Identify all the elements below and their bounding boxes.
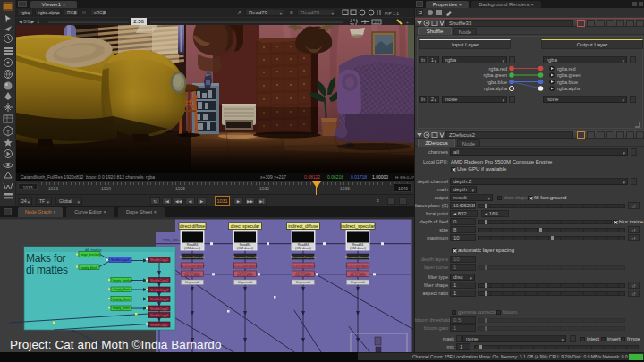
- svg-text:krapty_brent: krapty_brent: [113, 307, 130, 310]
- svg-text:indirect_specular: indirect_specular: [341, 223, 375, 229]
- svg-text:ShuffleCopy4: ShuffleCopy4: [150, 298, 168, 301]
- svg-text:di mattes: di mattes: [26, 264, 68, 276]
- svg-text:(CM direct): (CM direct): [295, 247, 311, 250]
- svg-text:ShuffleCopy7: ShuffleCopy7: [150, 324, 168, 327]
- svg-text:Unpremult: Unpremult: [238, 281, 252, 284]
- svg-text:OCIOColorSpace: OCIOColorSpace: [291, 265, 315, 268]
- svg-text:2D: 2D: [374, 21, 380, 25]
- svg-text:direct diffuse: direct diffuse: [180, 223, 205, 229]
- svg-text:krapty_slomt: krapty_slomt: [113, 298, 130, 301]
- svg-text:ShuffleCopy1: ShuffleCopy1: [150, 258, 168, 262]
- svg-text:red 10 depth: red 10 depth: [295, 274, 311, 277]
- svg-text:v.kapty_flent: v.kapty_flent: [113, 288, 130, 291]
- svg-text:forge_breclast: forge_breclast: [80, 253, 100, 257]
- svg-text:Removechannels: Removechannels: [233, 256, 258, 259]
- svg-text:ShuffleCopy3: ShuffleCopy3: [150, 289, 168, 292]
- svg-text:Removechannels: Removechannels: [345, 256, 370, 259]
- svg-text:red 10 depth: red 10 depth: [184, 274, 200, 277]
- svg-text:krapty_block: krapty_block: [80, 266, 97, 270]
- svg-text:direct specular: direct specular: [231, 223, 260, 229]
- svg-text:ShuffleCopy6: ShuffleCopy6: [150, 314, 168, 317]
- svg-text:OCIOColorSpace: OCIOColorSpace: [233, 265, 257, 268]
- svg-text:Maks for: Maks for: [26, 252, 66, 265]
- svg-text:Unpremult: Unpremult: [296, 281, 310, 284]
- svg-text:ShuffleCopy2: ShuffleCopy2: [150, 279, 168, 282]
- svg-text:PiP 1:1: PiP 1:1: [385, 11, 399, 16]
- svg-text:OCIOColorSpace: OCIOColorSpace: [180, 265, 204, 268]
- svg-text:indirect_diffuse: indirect_diffuse: [288, 223, 318, 229]
- svg-text:OCIOColorSpace: OCIOColorSpace: [345, 265, 369, 268]
- svg-text:(CM direct): (CM direct): [184, 247, 200, 250]
- svg-text:Removechannels: Removechannels: [291, 256, 316, 259]
- svg-text:red 10 depth: red 10 depth: [350, 274, 366, 277]
- svg-text:Unpremult: Unpremult: [351, 281, 365, 284]
- svg-text:(CM direct): (CM direct): [350, 247, 366, 250]
- svg-text:ShuffleCopy3: ShuffleCopy3: [111, 258, 129, 262]
- svg-text:krapty_bortlast: krapty_bortlast: [113, 279, 132, 282]
- svg-text:red 10 depth: red 10 depth: [237, 274, 253, 277]
- svg-text:Removechannels: Removechannels: [180, 256, 205, 259]
- svg-text:(CM direct): (CM direct): [237, 247, 253, 250]
- svg-text:ShuffleCopy5: ShuffleCopy5: [150, 307, 168, 311]
- svg-text:Unpremult: Unpremult: [185, 281, 199, 284]
